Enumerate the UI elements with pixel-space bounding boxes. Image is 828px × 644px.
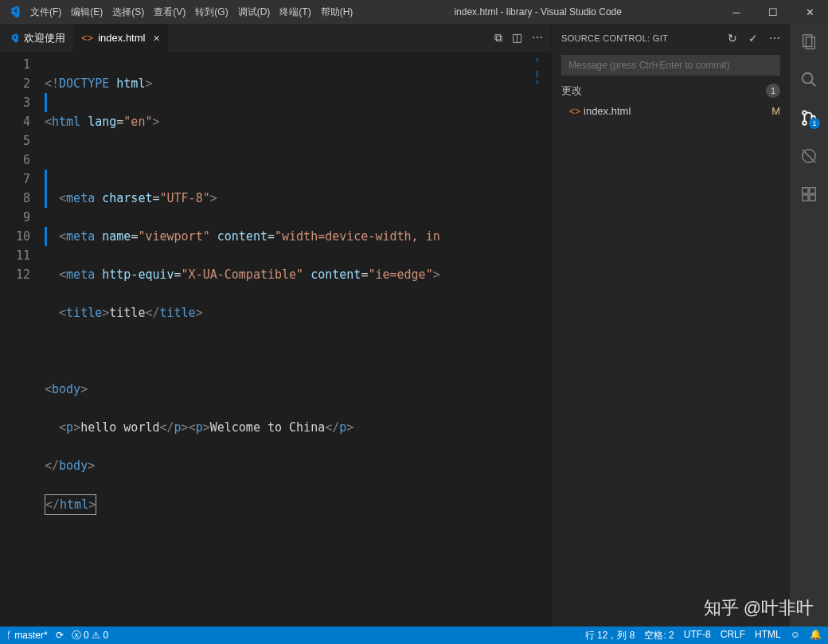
svg-rect-10 bbox=[810, 188, 815, 193]
source-control-icon[interactable]: 1 bbox=[799, 108, 818, 127]
vscode-icon bbox=[8, 33, 19, 44]
menu-help[interactable]: 帮助(H) bbox=[316, 6, 358, 19]
menu-terminal[interactable]: 终端(T) bbox=[275, 6, 315, 19]
menu-goto[interactable]: 转到(G) bbox=[190, 6, 232, 19]
tab-label: 欢迎使用 bbox=[24, 31, 65, 45]
close-tab-icon[interactable]: × bbox=[153, 32, 159, 45]
svg-point-5 bbox=[803, 121, 807, 125]
menu-view[interactable]: 查看(V) bbox=[149, 6, 190, 19]
refresh-icon[interactable]: ↻ bbox=[728, 32, 737, 45]
changes-count-badge: 1 bbox=[766, 84, 780, 98]
compare-changes-icon[interactable]: ⧉ bbox=[494, 31, 502, 45]
eol[interactable]: CRLF bbox=[721, 629, 745, 642]
svg-rect-11 bbox=[803, 195, 808, 201]
scm-changes-section[interactable]: 更改 1 bbox=[552, 79, 790, 103]
close-button[interactable]: ✕ bbox=[791, 0, 828, 24]
menu-debug[interactable]: 调试(D) bbox=[233, 6, 275, 19]
tab-welcome[interactable]: 欢迎使用 bbox=[0, 24, 73, 52]
minimap[interactable] bbox=[490, 52, 538, 626]
modified-badge: M bbox=[771, 105, 780, 117]
menu-file[interactable]: 文件(F) bbox=[25, 6, 66, 19]
encoding[interactable]: UTF-8 bbox=[684, 629, 711, 642]
feedback-icon[interactable]: ☺ bbox=[791, 629, 800, 642]
more-actions-icon[interactable]: ⋯ bbox=[532, 31, 543, 45]
search-icon[interactable] bbox=[799, 70, 818, 89]
split-editor-icon[interactable]: ◫ bbox=[512, 31, 522, 45]
tab-index-html[interactable]: <> index.html × bbox=[73, 24, 168, 52]
code-content[interactable]: <!DOCTYPE html> <html lang="en"> <meta c… bbox=[45, 52, 551, 626]
svg-line-3 bbox=[811, 82, 816, 87]
activity-bar: 1 bbox=[790, 24, 828, 626]
minimize-button[interactable]: ─ bbox=[718, 0, 755, 24]
tab-label: index.html bbox=[98, 32, 145, 44]
window-title: index.html - library - Visual Studio Cod… bbox=[357, 6, 718, 18]
titlebar: 文件(F) 编辑(E) 选择(S) 查看(V) 转到(G) 调试(D) 终端(T… bbox=[0, 0, 828, 24]
scm-badge: 1 bbox=[809, 118, 820, 129]
indentation[interactable]: 空格: 2 bbox=[644, 629, 674, 642]
svg-point-2 bbox=[803, 73, 813, 84]
maximize-button[interactable]: ☐ bbox=[755, 0, 791, 24]
debug-icon[interactable] bbox=[799, 146, 818, 166]
cursor-position[interactable]: 行 12，列 8 bbox=[585, 629, 635, 642]
commit-message-input[interactable] bbox=[561, 55, 780, 76]
more-icon[interactable]: ⋯ bbox=[769, 32, 780, 45]
source-control-panel: SOURCE CONTROL: GIT ↻ ✓ ⋯ 更改 1 <> index.… bbox=[551, 24, 790, 626]
watermark: 知乎 @叶非叶 bbox=[704, 596, 814, 620]
menu-edit[interactable]: 编辑(E) bbox=[66, 6, 107, 19]
sync-icon[interactable]: ⟳ bbox=[56, 630, 64, 641]
files-icon[interactable] bbox=[799, 32, 818, 51]
branch-indicator[interactable]: ᚶ master* bbox=[6, 630, 48, 641]
tab-bar: 欢迎使用 <> index.html × ⧉ ◫ ⋯ bbox=[0, 24, 551, 52]
notifications-icon[interactable]: 🔔 bbox=[810, 629, 822, 642]
svg-rect-9 bbox=[803, 188, 808, 193]
commit-icon[interactable]: ✓ bbox=[748, 32, 758, 45]
problems-indicator[interactable]: ⓧ 0 ⚠ 0 bbox=[72, 629, 108, 642]
html-file-icon: <> bbox=[81, 32, 93, 44]
svg-point-4 bbox=[803, 111, 807, 115]
extensions-icon[interactable] bbox=[799, 185, 818, 204]
language-mode[interactable]: HTML bbox=[755, 629, 781, 642]
line-numbers: 123456789101112 bbox=[0, 52, 45, 626]
editor-area[interactable]: 123456789101112 <!DOCTYPE html> <html la… bbox=[0, 52, 551, 626]
menu-select[interactable]: 选择(S) bbox=[107, 6, 149, 19]
vscode-logo-icon bbox=[6, 5, 21, 19]
status-bar: ᚶ master* ⟳ ⓧ 0 ⚠ 0 行 12，列 8 空格: 2 UTF-8… bbox=[0, 626, 828, 644]
html-file-icon: <> bbox=[569, 106, 580, 117]
svg-rect-12 bbox=[810, 195, 815, 201]
scm-file-item[interactable]: <> index.html M bbox=[552, 103, 790, 119]
scm-title: SOURCE CONTROL: GIT bbox=[561, 33, 668, 43]
